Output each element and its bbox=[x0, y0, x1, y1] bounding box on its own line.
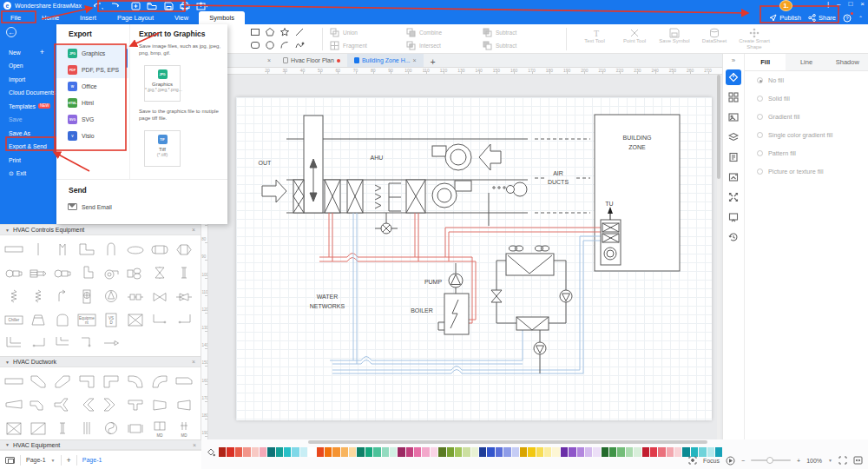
bool-op-subtract[interactable]: Subtract bbox=[483, 28, 559, 37]
export-format-office[interactable]: W Office bbox=[56, 78, 128, 95]
symbol-duct-t[interactable] bbox=[123, 393, 148, 416]
tool-point-tool[interactable]: Point Tool bbox=[617, 27, 652, 50]
color-swatch[interactable] bbox=[406, 447, 413, 457]
symbol-fan-prop[interactable] bbox=[123, 261, 148, 284]
symbol-spring[interactable] bbox=[2, 284, 26, 307]
symbol-box-x[interactable] bbox=[123, 307, 148, 331]
collapse-triangle-icon[interactable]: ▼ bbox=[5, 442, 10, 447]
file-menu-open[interactable]: Open bbox=[9, 61, 53, 71]
symbol-trap-r2[interactable] bbox=[172, 393, 196, 416]
color-swatch[interactable] bbox=[585, 447, 592, 457]
symbol-duct-curve2[interactable] bbox=[148, 369, 172, 393]
symbol-trap-up[interactable] bbox=[26, 307, 50, 331]
symbol-motor2[interactable] bbox=[2, 261, 26, 284]
ellipse-tool[interactable] bbox=[263, 39, 277, 51]
color-swatch[interactable] bbox=[471, 447, 478, 457]
export-list-scrollbar[interactable] bbox=[126, 49, 128, 68]
color-swatch[interactable] bbox=[276, 447, 283, 457]
format-tab-shadow[interactable]: Shadow bbox=[827, 54, 868, 70]
tool-create-smart-shape[interactable]: Create Smart Shape bbox=[737, 27, 772, 50]
file-menu-print[interactable]: Print bbox=[9, 155, 53, 165]
history-icon[interactable] bbox=[726, 229, 741, 245]
symbol-duct-curve[interactable] bbox=[123, 369, 148, 393]
chevron-down-icon[interactable]: ▼ bbox=[51, 458, 56, 463]
symbol-circle-pump[interactable] bbox=[99, 284, 123, 307]
color-fill-tool-icon[interactable] bbox=[207, 448, 215, 457]
export-format-pdf-ps-eps[interactable]: PDF PDF, PS, EPS bbox=[56, 62, 128, 78]
radio-icon[interactable] bbox=[757, 150, 763, 156]
color-swatch[interactable] bbox=[674, 447, 681, 457]
page-selector[interactable]: Page-1 bbox=[26, 457, 46, 463]
arc-tool[interactable] bbox=[278, 39, 292, 51]
zoom-in-button[interactable]: + bbox=[797, 458, 800, 464]
color-swatch[interactable] bbox=[552, 447, 559, 457]
zoom-out-button[interactable]: − bbox=[741, 458, 745, 464]
expand-panel-icon[interactable]: » bbox=[732, 56, 735, 64]
menu-home[interactable]: Home bbox=[31, 11, 69, 24]
color-swatch[interactable] bbox=[357, 447, 364, 457]
add-page-button[interactable]: + bbox=[67, 456, 71, 465]
radio-icon[interactable] bbox=[757, 132, 763, 138]
color-swatch[interactable] bbox=[634, 447, 641, 457]
export-format-html[interactable]: HTML Html bbox=[56, 95, 128, 111]
close-section-icon[interactable]: × bbox=[192, 359, 195, 365]
rounded-rectangle-tool[interactable] bbox=[248, 39, 262, 51]
print-icon[interactable] bbox=[180, 1, 191, 10]
canvas-horizontal-scrollbar[interactable] bbox=[208, 440, 722, 445]
doc-tab-hvac-floor-plan[interactable]: Hvac Floor Plan bbox=[276, 54, 347, 67]
color-swatch[interactable] bbox=[496, 447, 503, 457]
new-plus-icon[interactable]: + bbox=[40, 48, 44, 56]
file-menu-save-as[interactable]: Save As bbox=[9, 128, 53, 138]
collapse-ribbon-icon[interactable]: ⌃ bbox=[858, 15, 863, 21]
symbol-column[interactable] bbox=[50, 416, 75, 439]
symbol-valve-tb[interactable] bbox=[148, 261, 172, 284]
color-swatch[interactable] bbox=[650, 447, 657, 457]
new-tab-button[interactable]: + bbox=[431, 57, 436, 67]
tool-save-symbol[interactable]: Save Symbol bbox=[657, 27, 692, 50]
minimize-button[interactable]: – bbox=[837, 0, 840, 8]
symbol-md-box[interactable]: MD bbox=[148, 416, 172, 439]
symbol-duct-y2[interactable] bbox=[99, 393, 123, 416]
file-menu-templates[interactable]: Templates NEW bbox=[9, 101, 53, 111]
page-overview-icon[interactable] bbox=[5, 457, 15, 464]
color-swatch[interactable] bbox=[577, 447, 584, 457]
open-folder-icon[interactable] bbox=[147, 1, 158, 10]
layers-icon[interactable] bbox=[726, 129, 741, 145]
symbol-elbow-bl[interactable] bbox=[2, 331, 26, 354]
star-tool[interactable] bbox=[278, 26, 292, 38]
components-icon[interactable] bbox=[726, 89, 741, 105]
color-swatch[interactable] bbox=[431, 447, 437, 457]
color-swatch[interactable] bbox=[252, 447, 259, 457]
symbol-bowtie[interactable] bbox=[148, 284, 172, 307]
color-swatch[interactable] bbox=[284, 447, 291, 457]
symbol-duct-wide[interactable] bbox=[2, 237, 26, 261]
radio-icon[interactable] bbox=[757, 77, 763, 83]
color-swatch[interactable] bbox=[569, 447, 575, 457]
bool-op-fragment[interactable]: Fragment bbox=[330, 41, 406, 50]
bool-op-subtract[interactable]: Subtract bbox=[483, 41, 559, 50]
symbol-duct-elbow1[interactable] bbox=[26, 369, 50, 393]
scrollbar-thumb[interactable] bbox=[308, 440, 707, 444]
fill-option-no-fill[interactable]: No fill bbox=[745, 71, 868, 89]
color-swatch[interactable] bbox=[414, 447, 421, 457]
color-swatch[interactable] bbox=[617, 447, 624, 457]
symbol-motor-gear[interactable] bbox=[26, 261, 50, 284]
file-menu-new[interactable]: New + bbox=[9, 47, 53, 57]
symbol-u-duct[interactable] bbox=[50, 237, 75, 261]
menu-insert[interactable]: Insert bbox=[69, 11, 107, 24]
color-swatch[interactable] bbox=[317, 447, 324, 457]
fill-option-single-color-gradient-fill[interactable]: Single color gradient fill bbox=[745, 126, 868, 144]
file-menu-exit[interactable]: ⊙ Exit bbox=[9, 168, 53, 179]
symbol-bend-arrow[interactable] bbox=[50, 284, 75, 307]
fill-format-icon[interactable] bbox=[726, 69, 741, 85]
presentation-icon[interactable] bbox=[726, 209, 741, 225]
picture-icon[interactable] bbox=[726, 109, 741, 125]
color-swatch[interactable] bbox=[227, 447, 233, 457]
zoom-level[interactable]: 100% bbox=[806, 458, 822, 464]
section-header-hvac-ductwork[interactable]: ▼ HVAC Ductwork × bbox=[0, 356, 201, 367]
symbol-hood[interactable] bbox=[50, 307, 75, 331]
color-swatch[interactable] bbox=[260, 447, 266, 457]
redo-icon[interactable] bbox=[109, 1, 121, 10]
symbol-duct-corner1[interactable] bbox=[75, 369, 99, 393]
symbol-elbow-line[interactable] bbox=[148, 307, 172, 331]
